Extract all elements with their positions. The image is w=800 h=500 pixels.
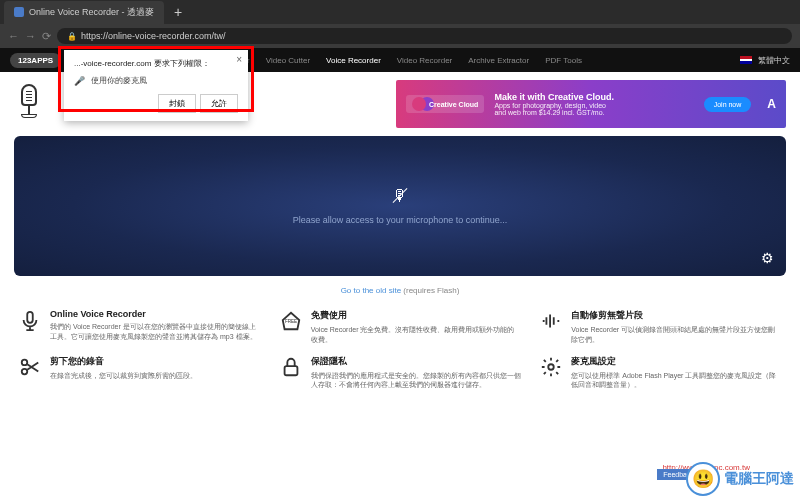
svg-point-5	[549, 364, 555, 370]
ad-text: Make it with Creative Cloud. Apps for ph…	[494, 92, 614, 116]
forward-button[interactable]: →	[25, 30, 36, 42]
address-bar[interactable]: 🔒 https://online-voice-recorder.com/tw/	[57, 28, 792, 44]
waveform-icon	[539, 309, 563, 333]
permission-title: ...-voice-recorder.com 要求下列權限：	[74, 58, 238, 69]
feature-recorder: Online Voice Recorder我們的 Voice Recorder …	[18, 309, 261, 345]
permission-body: 🎤 使用你的麥克風	[74, 75, 238, 86]
svg-rect-0	[27, 312, 33, 323]
free-tag-icon: FREE	[279, 309, 303, 333]
reload-button[interactable]: ⟳	[42, 30, 51, 43]
block-button[interactable]: 封鎖	[158, 94, 196, 113]
recorder-panel: 🎙 Please allow access to your microphone…	[14, 136, 786, 276]
lock-icon	[279, 355, 303, 379]
nav-pdf-tools[interactable]: PDF Tools	[539, 53, 588, 68]
svg-text:FREE: FREE	[285, 319, 297, 324]
microphone-off-icon: 🎙	[392, 187, 408, 205]
url-text: https://online-voice-recorder.com/tw/	[81, 31, 226, 41]
feature-privacy: 保證隱私我們保證我們的應用程式是安全的。您錄製的所有內容都只供您一個人存取：不會…	[279, 355, 522, 391]
new-tab-button[interactable]: +	[174, 4, 182, 20]
old-site-link-row: Go to the old site (requires Flash)	[0, 276, 800, 305]
watermark-text: 電腦王阿達	[724, 470, 794, 488]
ad-cta-button[interactable]: Join now	[704, 97, 752, 112]
watermark: 😃 電腦王阿達	[686, 462, 794, 496]
feature-cut: 剪下您的錄音在錄音完成後，您可以裁剪到實際所需的區段。	[18, 355, 261, 391]
permission-dialog: × ...-voice-recorder.com 要求下列權限： 🎤 使用你的麥…	[64, 50, 248, 121]
old-site-note: (requires Flash)	[401, 286, 459, 295]
language-selector[interactable]: 繁體中文	[758, 55, 790, 66]
nav-video-cutter[interactable]: Video Cutter	[260, 53, 316, 68]
back-button[interactable]: ←	[8, 30, 19, 42]
svg-point-2	[22, 359, 28, 365]
adobe-logo: A	[767, 97, 776, 111]
svg-rect-4	[284, 366, 297, 375]
nav-voice-recorder[interactable]: Voice Recorder	[320, 53, 387, 68]
panel-message: Please allow access to your microphone t…	[293, 215, 508, 225]
settings-gear-icon[interactable]: ⚙	[761, 250, 774, 266]
close-icon[interactable]: ×	[236, 54, 242, 65]
ad-banner[interactable]: Creative Cloud Make it with Creative Clo…	[396, 80, 786, 128]
browser-toolbar: ← → ⟳ 🔒 https://online-voice-recorder.co…	[0, 24, 800, 48]
features-grid: Online Voice Recorder我們的 Voice Recorder …	[0, 305, 800, 394]
browser-tab[interactable]: Online Voice Recorder - 透過麥	[4, 1, 164, 24]
tab-title: Online Voice Recorder - 透過麥	[29, 6, 154, 19]
svg-point-3	[22, 368, 28, 374]
tab-favicon	[14, 7, 24, 17]
nav-video-recorder[interactable]: Video Recorder	[391, 53, 458, 68]
browser-tab-strip: Online Voice Recorder - 透過麥 +	[0, 0, 800, 24]
flag-icon	[740, 56, 752, 64]
gear-icon	[539, 355, 563, 379]
feature-autotrim: 自動修剪無聲片段Voice Recorder 可以偵測錄音開頭和結尾處的無聲片段…	[539, 309, 782, 345]
brand-logo[interactable]: 123APPS	[10, 53, 61, 68]
nav-archive-extractor[interactable]: Archive Extractor	[462, 53, 535, 68]
scissors-icon	[18, 355, 42, 379]
watermark-avatar: 😃	[686, 462, 720, 496]
feature-mic-settings: 麥克風設定您可以使用標準 Adobe Flash Player 工具調整您的麥克…	[539, 355, 782, 391]
old-site-link[interactable]: Go to the old site	[341, 286, 401, 295]
app-logo-mic	[14, 84, 44, 124]
ad-badge: Creative Cloud	[406, 95, 484, 113]
allow-button[interactable]: 允許	[200, 94, 238, 113]
lock-icon: 🔒	[67, 32, 77, 41]
microphone-icon: 🎤	[74, 76, 85, 86]
feature-free: FREE 免費使用Voice Recorder 完全免費。沒有隱性收費、啟用費用…	[279, 309, 522, 345]
microphone-icon	[18, 309, 42, 333]
